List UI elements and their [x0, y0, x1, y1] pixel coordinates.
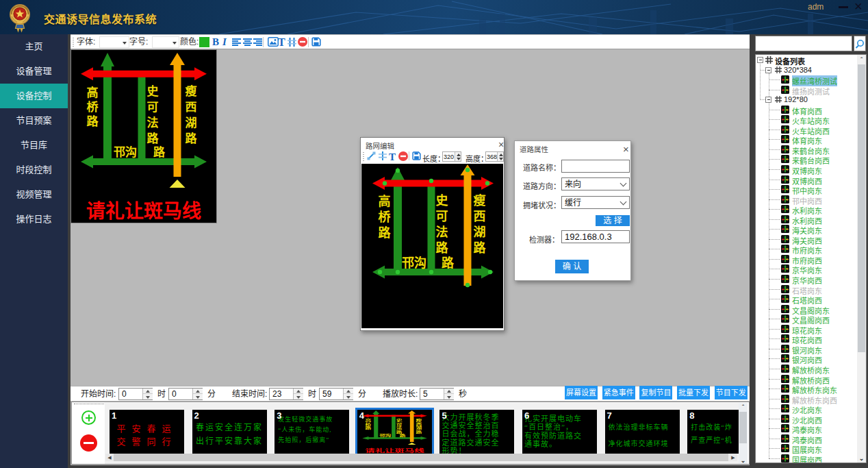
tree-device-国展岗东[interactable]: 国展岗东: [756, 443, 866, 454]
tree-device-京华岗西[interactable]: 京华岗西: [756, 274, 866, 284]
spinner-arrows[interactable]: [497, 152, 503, 161]
color-swatch[interactable]: [199, 37, 209, 47]
select-detector-button[interactable]: 选 择: [596, 215, 630, 226]
roadnet-forbid-icon[interactable]: [398, 151, 408, 161]
align-left-icon[interactable]: [232, 38, 241, 46]
tree-device-文昌阁岗东[interactable]: 文昌阁岗东: [756, 304, 866, 315]
tree-group-320*384[interactable]: 320*384: [756, 65, 866, 75]
road-junction-icon[interactable]: [379, 151, 387, 160]
spin-up-icon[interactable]: [294, 389, 303, 394]
tree-device-解放桥东岗东[interactable]: 解放桥东岗东: [756, 384, 866, 394]
tree-device-水利岗东[interactable]: 水利岗东: [756, 204, 866, 214]
detector-input[interactable]: 192.168.0.3: [561, 230, 630, 243]
spin-down-icon[interactable]: [193, 394, 203, 399]
tree-device-火车站岗东[interactable]: 火车站岗东: [756, 114, 866, 125]
spinner-arrows[interactable]: [192, 389, 202, 399]
spin-down-icon[interactable]: [344, 394, 353, 399]
tree-device-京华岗东[interactable]: 京华岗东: [756, 264, 866, 274]
action-button-1[interactable]: 屏幕设置: [565, 386, 598, 399]
sidebar-item-2[interactable]: 设备管理: [0, 59, 68, 84]
strip-scroll-up[interactable]: ˆ: [739, 403, 748, 410]
tree-device-鸿泰岗西[interactable]: 鸿泰岗西: [756, 434, 866, 444]
roadnet-canvas[interactable]: 高桥路 史可法路 瘦西湖路 邗沟 路: [361, 164, 503, 328]
tree-device-双博岗西[interactable]: 双博岗西: [756, 175, 866, 185]
props-dialog-close-icon[interactable]: ×: [623, 145, 629, 153]
expand-icon[interactable]: [765, 97, 771, 103]
program-thumb-8[interactable]: 8打击改装“炸严查严控“机: [687, 410, 739, 454]
program-thumb-7[interactable]: 7依法治理非标车辆净化城市交通环境: [605, 410, 680, 454]
start-min-spinner[interactable]: 0: [168, 388, 203, 400]
tree-device-石塔岗东[interactable]: 石塔岗东: [756, 284, 866, 295]
tree-device-水利岗西[interactable]: 水利岗西: [756, 214, 866, 225]
confirm-button[interactable]: 确 认: [555, 260, 589, 273]
insert-image-icon[interactable]: [268, 37, 279, 47]
tree-device-琼花岗东[interactable]: 琼花岗东: [756, 324, 866, 334]
action-button-4[interactable]: 批量下发: [677, 386, 710, 399]
tree-device-来鹤台岗西[interactable]: 来鹤台岗西: [756, 154, 866, 164]
expand-icon[interactable]: [757, 57, 763, 63]
height-spinner[interactable]: 368: [485, 151, 504, 162]
align-center-icon[interactable]: [243, 38, 252, 46]
road-network-icon[interactable]: [288, 38, 296, 47]
tree-device-解放桥岗西[interactable]: 解放桥岗西: [756, 374, 866, 384]
tree-device-体育岗东[interactable]: 体育岗东: [756, 134, 866, 145]
tree-device-鸿泰岗东[interactable]: 鸿泰岗东: [756, 423, 866, 434]
scroll-right-arrow[interactable]: ▶: [729, 454, 737, 461]
roadnet-dialog-close-icon[interactable]: ×: [498, 140, 504, 149]
tree-device-沙北岗东[interactable]: 沙北岗东: [756, 404, 866, 414]
fontsize-select[interactable]: [152, 36, 179, 48]
tree-device-螺丝湾桥测试[interactable]: 螺丝湾桥测试: [756, 75, 866, 85]
close-icon[interactable]: ×: [854, 1, 864, 11]
program-thumb-5[interactable]: 5大力开展秋冬季交通安全整治百日会战，全力稳定道路交通安全形势！: [439, 410, 514, 454]
tree-device-国展岗西[interactable]: 国展岗西: [756, 454, 866, 463]
tree-scrollbar[interactable]: ˆ ⌄: [857, 55, 866, 463]
logged-in-user[interactable]: adm: [808, 2, 824, 12]
spinner-arrows[interactable]: [455, 152, 461, 161]
bold-button[interactable]: B: [212, 35, 219, 49]
action-button-2[interactable]: 紧急事件: [602, 386, 635, 399]
action-button-3[interactable]: 复制节目: [639, 386, 672, 399]
spin-up-icon[interactable]: [344, 389, 353, 394]
minimize-icon[interactable]: [839, 6, 848, 8]
program-thumb-6[interactable]: 6扎实开展电动车“百日整治”，有效预防道路交通事故。: [522, 410, 597, 454]
strip-vertical-scrollbar[interactable]: ˆ ⌄: [739, 403, 748, 464]
tree-device-体育岗西[interactable]: 体育岗西: [756, 105, 866, 115]
program-thumb-1[interactable]: 1平安春运交警同行: [110, 410, 184, 454]
program-thumb-2[interactable]: 2春运安全连万家出行平安靠大家: [192, 410, 267, 454]
strip-scroll-down[interactable]: ⌄: [739, 456, 748, 464]
tree-device-双博岗东[interactable]: 双博岗东: [756, 164, 866, 175]
led-screen-preview[interactable]: 高桥路 史可法路 瘦西湖路 邗沟 路 请礼让斑马线: [71, 49, 217, 223]
road-name-input[interactable]: [561, 160, 630, 173]
spin-up-icon[interactable]: [193, 389, 203, 394]
roadnet-save-icon[interactable]: [412, 151, 421, 160]
tree-device-来鹤台岗东[interactable]: 来鹤台岗东: [756, 145, 866, 155]
end-min-spinner[interactable]: 59: [319, 388, 353, 400]
tree-device-解放桥岗东[interactable]: 解放桥岗东: [756, 364, 866, 374]
tree-device-维扬岗测试[interactable]: 维扬岗测试: [756, 85, 866, 95]
spinner-arrows[interactable]: [142, 389, 152, 399]
device-search-input[interactable]: [755, 36, 852, 51]
add-program-button[interactable]: [81, 410, 96, 425]
tree-scroll-up[interactable]: ˆ: [857, 56, 866, 63]
draw-line-icon[interactable]: [367, 151, 376, 160]
align-right-icon[interactable]: [253, 38, 262, 46]
roadnet-text-icon[interactable]: T: [389, 150, 396, 164]
tree-device-海关岗西[interactable]: 海关岗西: [756, 234, 866, 245]
spin-up-icon[interactable]: [444, 389, 454, 394]
tree-device-海关岗东[interactable]: 海关岗东: [756, 224, 866, 234]
sidebar-item-8[interactable]: 操作日志: [0, 207, 68, 232]
tree-device-邗中岗东[interactable]: 邗中岗东: [756, 184, 866, 195]
action-button-5[interactable]: 节目下发: [715, 386, 748, 399]
font-select[interactable]: [99, 36, 129, 48]
expand-icon[interactable]: [765, 67, 771, 73]
forbid-icon[interactable]: [298, 37, 307, 47]
spin-down-icon[interactable]: [294, 394, 303, 399]
spinner-arrows[interactable]: [343, 389, 353, 399]
sidebar-item-6[interactable]: 时段控制: [0, 158, 68, 182]
delete-program-button[interactable]: [80, 434, 97, 452]
tree-device-火车站岗西[interactable]: 火车站岗西: [756, 125, 866, 135]
duration-spinner[interactable]: 5: [420, 388, 454, 400]
tree-device-label[interactable]: 国展岗西: [792, 454, 822, 463]
sidebar-item-1[interactable]: 主页: [0, 34, 68, 59]
tree-scroll-thumb[interactable]: [858, 64, 865, 352]
